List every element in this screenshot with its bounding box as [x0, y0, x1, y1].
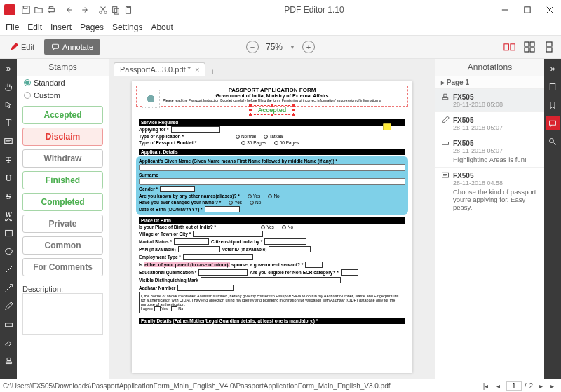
arrow-tool-icon[interactable]	[1, 281, 15, 295]
stamp-for-comments[interactable]: For Comments	[22, 258, 103, 276]
squiggly-tool-icon[interactable]: W	[1, 208, 15, 222]
sticky-note-annotation[interactable]	[383, 123, 391, 130]
aadhaar-field[interactable]	[177, 285, 234, 291]
mark-field[interactable]	[201, 277, 341, 283]
annotation-item[interactable]: FX505 28-11-2018 05:07	[435, 112, 544, 135]
maximize-icon[interactable]	[516, 0, 539, 20]
cut-icon[interactable]	[97, 4, 109, 16]
first-page-button[interactable]: |◂	[481, 382, 491, 390]
strikeout-tool-icon[interactable]: S	[1, 189, 15, 203]
radio-changed-yes[interactable]: Yes	[229, 200, 242, 205]
pencil-tool-icon[interactable]	[1, 299, 15, 313]
highlight-text-icon[interactable]: T	[1, 153, 15, 167]
undo-icon[interactable]	[65, 4, 77, 16]
ellipse-tool-icon[interactable]	[1, 244, 15, 258]
ecr-field[interactable]	[341, 269, 358, 276]
annotation-item[interactable]: FX505 28-11-2018 05:08	[435, 89, 544, 112]
hand-tool-icon[interactable]	[1, 80, 15, 94]
stamp-common[interactable]: Common	[22, 236, 103, 255]
employment-field[interactable]	[183, 254, 253, 260]
expand-left-icon[interactable]: »	[1, 62, 15, 76]
print-icon[interactable]	[45, 4, 58, 16]
radio-alias-yes[interactable]: Yes	[248, 194, 261, 198]
rectangle-tool-icon[interactable]	[1, 226, 15, 240]
placed-stamp[interactable]: Accepted	[250, 105, 295, 115]
village-field[interactable]	[193, 231, 263, 237]
text-tool-icon[interactable]: T	[1, 116, 15, 130]
applying-for-field[interactable]	[171, 126, 220, 133]
area-highlight-annotation[interactable]: Applicant's Given Name (Given Name means…	[136, 156, 408, 215]
menu-file[interactable]: File	[6, 22, 19, 32]
note-tool-icon[interactable]	[1, 135, 15, 149]
cursor-tool-icon[interactable]	[1, 98, 15, 112]
stamp-finished[interactable]: Finished	[22, 171, 103, 189]
radio-normal[interactable]: Normal	[236, 134, 256, 139]
last-page-button[interactable]: ▸|	[548, 382, 558, 390]
radio-tatkaal[interactable]: Tatkaal	[264, 134, 284, 139]
stamp-accepted[interactable]: Accepted	[22, 106, 103, 124]
grid-view-icon[interactable]	[522, 41, 537, 53]
line-tool-icon[interactable]	[1, 262, 15, 276]
dob-field[interactable]	[205, 206, 240, 212]
folder-icon[interactable]	[32, 4, 45, 16]
zoom-out-button[interactable]: −	[246, 41, 259, 53]
menu-settings[interactable]: Settings	[112, 22, 142, 32]
menu-pages[interactable]: Pages	[80, 22, 104, 32]
bookmarks-icon[interactable]	[546, 98, 560, 112]
minimize-icon[interactable]	[494, 0, 516, 20]
redo-icon[interactable]	[77, 4, 90, 16]
single-page-icon[interactable]	[502, 41, 518, 53]
marital-field[interactable]	[174, 238, 209, 245]
copy-icon[interactable]	[109, 4, 122, 16]
pan-field[interactable]	[178, 246, 220, 252]
new-tab-button[interactable]: +	[205, 67, 219, 76]
thumbnails-icon[interactable]	[546, 80, 560, 94]
edit-mode-button[interactable]: Edit	[4, 40, 40, 54]
save-icon[interactable]	[20, 4, 32, 16]
stamp-tool-icon[interactable]	[1, 353, 15, 367]
annotate-mode-button[interactable]: Annotate	[44, 39, 100, 55]
edu-field[interactable]	[198, 269, 248, 276]
close-icon[interactable]	[539, 0, 561, 20]
annotations-tab-icon[interactable]	[546, 116, 560, 130]
prev-page-button[interactable]: ◂	[494, 382, 503, 390]
stamp-private[interactable]: Private	[22, 215, 103, 233]
next-page-button[interactable]: ▸	[536, 382, 546, 390]
zoom-in-button[interactable]: +	[302, 41, 315, 53]
underline-tool-icon[interactable]: U	[1, 171, 15, 185]
menu-edit[interactable]: Edit	[27, 22, 42, 32]
stamp-withdraw[interactable]: Withdraw	[22, 149, 103, 168]
radio-changed-no[interactable]: No	[250, 200, 261, 205]
zoom-dropdown-icon[interactable]: ▼	[290, 44, 295, 50]
annotation-item[interactable]: FX505 28-11-2018 04:58 Choose the kind o…	[435, 168, 544, 215]
gender-field[interactable]	[160, 186, 195, 192]
menu-about[interactable]: About	[151, 22, 173, 32]
menu-insert[interactable]: Insert	[50, 22, 72, 32]
text-highlight-annotation[interactable]: either of your parent (in case of minor)…	[144, 262, 230, 267]
page-number-input[interactable]	[506, 381, 522, 391]
voter-field[interactable]	[269, 246, 311, 252]
area-highlight-icon[interactable]	[1, 317, 15, 331]
radio-36pages[interactable]: 36 Pages	[241, 140, 266, 145]
collapse-right-icon[interactable]: »	[546, 62, 560, 76]
annotation-item[interactable]: FX505 28-11-2018 05:07 Highlighting Area…	[435, 135, 544, 168]
eraser-tool-icon[interactable]	[1, 335, 15, 349]
surname-field[interactable]	[139, 178, 405, 185]
document-tab[interactable]: PassportA...3.0.pdf * ×	[114, 62, 205, 76]
stamps-mode-standard[interactable]: Standard	[17, 76, 109, 89]
radio-alias-no[interactable]: No	[268, 194, 279, 198]
page-viewport[interactable]: PASSPORT APPLICATION FORM Government of …	[109, 76, 435, 379]
continuous-view-icon[interactable]	[541, 41, 557, 53]
description-input[interactable]	[22, 293, 103, 335]
radio-pob-no[interactable]: No	[282, 224, 293, 229]
radio-pob-yes[interactable]: Yes	[261, 224, 274, 229]
search-icon[interactable]	[546, 135, 560, 149]
stamp-disclaim[interactable]: Disclaim	[22, 128, 103, 146]
zoom-level[interactable]: 75%	[266, 42, 283, 53]
citizenship-field[interactable]	[264, 238, 306, 245]
paste-icon[interactable]	[122, 4, 135, 16]
stamp-completed[interactable]: Completed	[22, 193, 103, 211]
radio-60pages[interactable]: 60 Pages	[274, 140, 299, 145]
tab-close-icon[interactable]: ×	[195, 65, 199, 74]
stamps-mode-custom[interactable]: Custom	[17, 89, 109, 102]
